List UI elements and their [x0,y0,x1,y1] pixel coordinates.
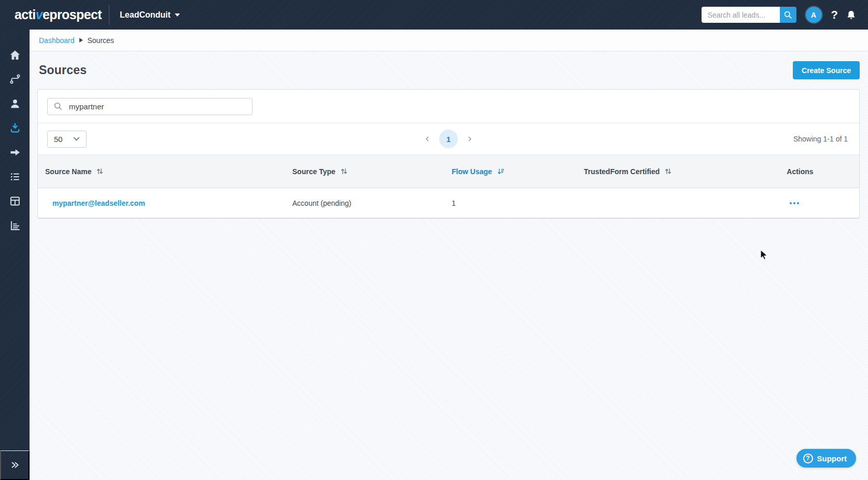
column-header-trustedform-certified[interactable]: TrustedForm Certified [577,167,779,176]
sidebar-item-lists[interactable] [9,171,21,183]
chevron-right-icon [466,135,473,143]
source-search-input[interactable] [68,102,246,111]
activeprospect-logo[interactable]: activeprospect [15,7,102,22]
support-label: Support [817,454,847,463]
source-type-cell: Account (pending) [285,199,444,207]
list-icon [9,171,21,183]
breadcrumb-current: Sources [88,36,114,45]
page-title: Sources [39,63,87,77]
flow-usage-cell: 1 [444,199,577,207]
sort-neutral-icon [664,167,672,175]
table-row: mypartner@leadseller.com Account (pendin… [38,188,859,218]
sort-neutral-icon [340,167,348,175]
notifications-bell-icon[interactable] [846,9,857,21]
sidebar-item-recipients[interactable] [9,146,21,159]
row-actions-ellipsis-icon[interactable] [790,199,800,207]
search-icon [53,102,63,111]
source-name-cell: mypartner@leadseller.com [38,199,285,207]
page-size-select[interactable]: 50 [47,131,87,148]
global-search [702,7,796,23]
actions-cell [779,199,859,207]
main-content: Dashboard Sources Sources Create Source … [30,30,868,480]
sidebar-expand-button[interactable] [0,450,30,480]
column-header-source-name[interactable]: Source Name [38,167,285,176]
table-header: Source Name Source Type Flow Usage Trust… [38,154,859,188]
contacts-icon [9,97,21,110]
chart-icon [9,219,21,232]
breadcrumb-dashboard-link[interactable]: Dashboard [39,36,75,45]
showing-count-text: Showing 1-1 of 1 [793,135,848,143]
card-search-section [38,90,859,123]
help-icon[interactable]: ? [831,9,838,21]
breadcrumb: Dashboard Sources [30,30,868,51]
breadcrumb-separator-icon [79,38,83,43]
sidebar-item-sources[interactable] [9,122,21,134]
logo-text-2: eprospect [43,7,102,22]
next-page-button[interactable] [464,133,476,145]
column-header-flow-usage[interactable]: Flow Usage [444,167,577,176]
search-icon [783,10,792,19]
page-header: Sources Create Source [30,51,868,89]
flows-icon [9,73,21,86]
chevron-left-icon [424,135,431,143]
sort-neutral-icon [96,167,104,175]
product-name: LeadConduit [120,10,171,20]
column-label: Source Name [45,167,91,176]
source-search-field [47,98,253,115]
sidebar-item-tables[interactable] [9,195,21,207]
support-button[interactable]: ? Support [796,449,857,468]
source-name-link[interactable]: mypartner@leadseller.com [52,199,145,207]
chevron-down-icon [73,137,80,141]
double-chevron-right-icon [10,460,20,470]
avatar[interactable]: A [806,7,822,23]
sidebar-nav [0,30,30,480]
arrow-right-icon [9,146,21,159]
column-label: Flow Usage [452,167,492,176]
sources-icon [9,122,21,134]
column-label: Actions [787,167,813,176]
column-label: Source Type [292,167,335,176]
chevron-down-icon [175,13,180,17]
sidebar-item-home[interactable] [9,49,21,61]
logo-text: acti [15,7,36,22]
topbar-divider [109,5,109,25]
question-circle-icon: ? [803,454,813,463]
logo-accent-v: v [36,7,43,22]
home-icon [9,49,21,61]
global-search-input[interactable] [702,7,780,23]
sources-card: 50 1 Showing 1-1 of 1 Source Name [37,89,860,219]
previous-page-button[interactable] [421,133,433,145]
topbar-actions: A ? [702,7,857,23]
pagination: 1 [421,130,476,148]
current-page-button[interactable]: 1 [439,130,458,148]
global-search-button[interactable] [780,7,796,23]
table-grid-icon [9,195,21,207]
column-header-source-type[interactable]: Source Type [285,167,444,176]
sort-descending-icon [497,167,505,175]
sidebar-item-flows[interactable] [9,73,21,86]
top-navbar: activeprospect LeadConduit A ? [0,0,868,30]
product-switcher[interactable]: LeadConduit [120,10,180,20]
page-size-value: 50 [54,135,63,144]
create-source-button[interactable]: Create Source [793,61,860,79]
sidebar-item-reports[interactable] [9,219,21,232]
sidebar-items [9,30,21,232]
sidebar-item-contacts[interactable] [9,97,21,110]
card-controls-section: 50 1 Showing 1-1 of 1 [38,123,859,154]
column-label: TrustedForm Certified [584,167,660,176]
column-header-actions: Actions [779,167,859,176]
